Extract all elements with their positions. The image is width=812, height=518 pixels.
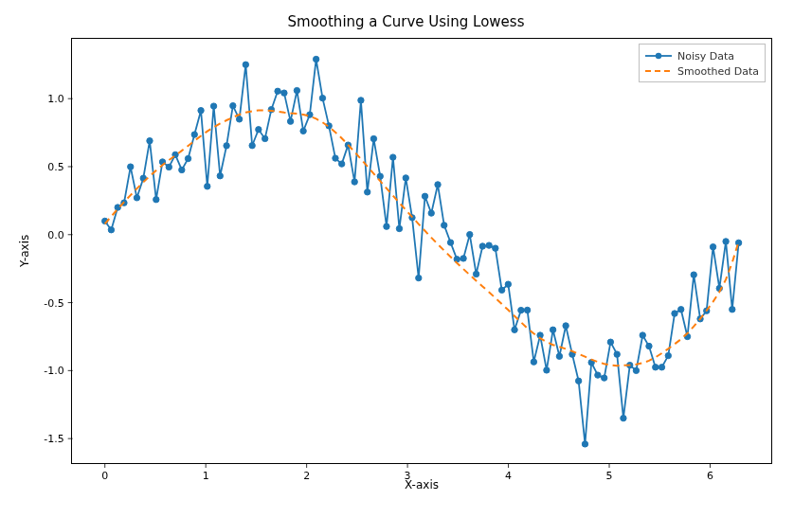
svg-point-125 [735, 240, 741, 245]
svg-point-115 [672, 311, 677, 316]
svg-point-34 [153, 197, 159, 203]
svg-point-72 [396, 225, 402, 231]
svg-point-75 [416, 275, 422, 280]
svg-point-71 [390, 154, 396, 160]
svg-point-51 [262, 135, 267, 141]
svg-point-92 [524, 307, 530, 313]
svg-point-59 [313, 56, 318, 62]
svg-text:-1.0: -1.0 [44, 365, 63, 377]
svg-point-112 [653, 365, 659, 370]
svg-point-83 [467, 231, 473, 237]
svg-point-104 [602, 375, 607, 381]
svg-point-109 [633, 367, 639, 373]
svg-point-110 [640, 332, 645, 338]
svg-point-76 [422, 193, 427, 199]
svg-point-27 [108, 227, 114, 233]
svg-point-36 [166, 164, 171, 170]
svg-point-107 [621, 415, 626, 420]
svg-point-84 [473, 271, 478, 277]
svg-point-30 [128, 164, 134, 170]
svg-point-47 [236, 116, 242, 122]
legend-swatch-noisy [645, 49, 672, 63]
legend-swatch-smoothed [645, 64, 672, 78]
svg-point-111 [646, 343, 652, 348]
plot-area: 0123456-1.5-1.0-0.50.00.51.0 Noisy Data … [71, 38, 772, 464]
svg-point-106 [614, 351, 620, 357]
svg-point-53 [275, 88, 280, 94]
svg-point-56 [294, 87, 299, 93]
svg-point-118 [691, 272, 696, 277]
svg-point-79 [442, 223, 447, 228]
svg-point-50 [256, 127, 262, 133]
svg-point-44 [217, 173, 223, 179]
svg-point-66 [358, 98, 364, 103]
svg-point-69 [377, 173, 383, 179]
svg-point-55 [287, 118, 293, 124]
svg-text:-0.5: -0.5 [44, 297, 63, 310]
svg-point-70 [384, 223, 389, 229]
svg-point-85 [479, 243, 485, 249]
svg-text:-1.5: -1.5 [44, 433, 63, 445]
legend: Noisy Data Smoothed Data [639, 44, 766, 82]
svg-point-116 [678, 307, 684, 313]
svg-point-97 [556, 353, 562, 359]
svg-point-43 [210, 103, 216, 109]
svg-point-89 [505, 281, 511, 287]
svg-point-49 [249, 143, 255, 149]
svg-point-93 [531, 359, 536, 365]
y-axis-label: Y-axis [17, 38, 32, 464]
svg-point-65 [352, 179, 357, 185]
svg-point-31 [134, 195, 139, 201]
svg-point-54 [281, 90, 287, 96]
legend-label-smoothed: Smoothed Data [677, 65, 759, 78]
svg-point-105 [607, 339, 613, 345]
svg-point-48 [243, 62, 248, 67]
svg-point-87 [493, 245, 498, 251]
svg-point-124 [730, 307, 735, 313]
svg-text:1.0: 1.0 [47, 93, 63, 105]
svg-point-39 [185, 155, 190, 161]
svg-point-62 [333, 155, 338, 161]
svg-point-113 [659, 365, 664, 370]
svg-point-88 [498, 287, 504, 293]
svg-point-78 [435, 182, 441, 188]
svg-point-95 [544, 367, 550, 373]
svg-point-73 [403, 175, 408, 181]
svg-point-57 [300, 128, 306, 134]
svg-point-40 [191, 132, 197, 137]
svg-point-91 [518, 307, 524, 313]
svg-point-101 [582, 441, 587, 447]
x-axis-label: X-axis [71, 478, 772, 491]
svg-point-90 [512, 327, 517, 332]
svg-point-121 [710, 244, 715, 250]
svg-point-68 [370, 135, 376, 141]
svg-point-86 [486, 242, 492, 248]
svg-point-41 [198, 107, 204, 113]
svg-point-103 [595, 372, 601, 378]
svg-point-100 [575, 378, 581, 384]
svg-point-96 [550, 327, 555, 332]
svg-point-63 [338, 161, 344, 167]
svg-point-123 [723, 239, 729, 244]
svg-text:0.0: 0.0 [47, 229, 63, 241]
legend-item-smoothed: Smoothed Data [645, 63, 759, 79]
svg-point-46 [230, 102, 236, 108]
svg-point-82 [460, 256, 466, 261]
svg-point-45 [224, 143, 229, 149]
chart-title: Smoothing a Curve Using Lowess [0, 13, 812, 30]
legend-label-noisy: Noisy Data [677, 50, 734, 63]
svg-point-81 [454, 257, 460, 262]
svg-point-38 [179, 167, 185, 172]
svg-point-60 [319, 95, 325, 100]
svg-point-80 [447, 240, 453, 245]
svg-point-67 [365, 189, 370, 195]
svg-point-98 [563, 323, 568, 329]
svg-point-114 [665, 352, 671, 358]
svg-point-77 [428, 210, 434, 216]
svg-point-33 [147, 138, 153, 144]
svg-text:0.5: 0.5 [47, 161, 63, 173]
svg-point-127 [656, 53, 661, 59]
svg-point-42 [205, 184, 210, 189]
legend-item-noisy: Noisy Data [645, 48, 759, 63]
chart-svg: 0123456-1.5-1.0-0.50.00.51.0 [72, 39, 771, 463]
